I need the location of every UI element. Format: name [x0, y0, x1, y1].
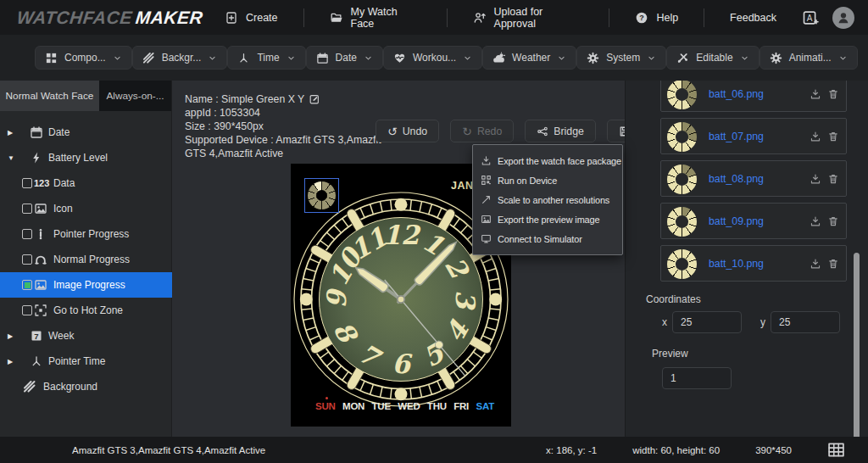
- tree-item-image-progress[interactable]: Image Progress: [0, 272, 172, 298]
- grid-toggle-icon[interactable]: [827, 441, 845, 459]
- tree-item-label: Data: [53, 177, 75, 189]
- toolbar-button-date[interactable]: Date: [306, 46, 383, 70]
- expand-icon[interactable]: ▶: [8, 332, 13, 340]
- preview-input[interactable]: [662, 367, 732, 389]
- file-name-link[interactable]: batt_06.png: [709, 88, 764, 100]
- nav-item-my-watch-face[interactable]: My Watch Face: [304, 0, 447, 35]
- nav-item-feedback[interactable]: Feedback: [704, 0, 802, 35]
- trash-icon[interactable]: [827, 131, 839, 142]
- trash-icon[interactable]: [827, 215, 839, 227]
- nav-item-help[interactable]: ?Help: [609, 0, 704, 35]
- tree-item-normal-progress[interactable]: Normal Progress: [0, 247, 172, 272]
- tab-always-on[interactable]: Always-on-...: [99, 81, 171, 111]
- inspector-panel: batt_06.pngbatt_07.pngbatt_08.pngbatt_09…: [625, 81, 868, 437]
- svg-text:9: 9: [321, 288, 352, 309]
- svg-text:3: 3: [450, 290, 481, 310]
- download-icon[interactable]: [810, 131, 821, 142]
- watchface-name: Name : Simple Green X Y: [185, 92, 304, 106]
- file-name-link[interactable]: batt_07.png: [709, 131, 764, 142]
- nav-item-upload-for-approval[interactable]: Upload for Approval: [448, 0, 609, 35]
- qr-icon: [481, 175, 492, 186]
- panel-scrollbar[interactable]: [854, 253, 860, 437]
- toolbar-button-backgr[interactable]: Backgr...: [132, 46, 228, 70]
- tree-item-label: Normal Progress: [53, 254, 130, 265]
- visibility-checkbox[interactable]: [22, 178, 32, 188]
- toolbar-button-animati[interactable]: Animati...: [760, 46, 858, 70]
- download-icon[interactable]: [810, 173, 821, 185]
- tree-item-background[interactable]: Background: [0, 374, 172, 399]
- visibility-checkbox[interactable]: [22, 280, 32, 290]
- trash-icon[interactable]: [827, 258, 839, 270]
- tree-item-pointer-progress[interactable]: Pointer Progress: [0, 221, 172, 247]
- nav-item-create[interactable]: Create: [199, 0, 303, 35]
- x-coordinate-input[interactable]: [672, 311, 742, 333]
- toolbar-button-weather[interactable]: Weather: [482, 46, 576, 70]
- weekday-fri: FRI: [453, 401, 469, 411]
- download-icon[interactable]: [810, 88, 821, 100]
- toolbar-button-workou[interactable]: Workou...: [383, 46, 482, 70]
- expand-icon[interactable]: ▶: [8, 358, 13, 365]
- translate-icon[interactable]: A: [802, 9, 819, 26]
- file-card-batt-09-png: batt_09.png: [660, 203, 847, 239]
- week7-icon: 7: [30, 329, 43, 343]
- menu-item-label: Export the preview image: [498, 215, 599, 225]
- toolbar-button-label: Weather: [512, 52, 550, 64]
- chevron-down-icon: [740, 53, 749, 63]
- user-avatar[interactable]: [832, 7, 854, 29]
- y-coordinate-input[interactable]: [771, 311, 840, 333]
- menu-item-connect-to-simulator[interactable]: Connect to Simulator: [473, 229, 622, 248]
- download-icon[interactable]: [810, 215, 821, 227]
- toolbar-button-compo[interactable]: Compo...: [35, 46, 132, 70]
- svg-text:7: 7: [34, 332, 38, 341]
- collapse-icon[interactable]: ▼: [8, 154, 14, 162]
- menu-item-export-the-preview-image[interactable]: Export the preview image: [473, 209, 622, 229]
- svg-text:A: A: [807, 13, 813, 22]
- file-name-link[interactable]: batt_09.png: [709, 215, 764, 227]
- tree-item-battery-level[interactable]: ▼Battery Level: [0, 145, 172, 170]
- battery-ring-thumbnail: [667, 249, 697, 279]
- download-icon[interactable]: [810, 258, 821, 270]
- redo-button[interactable]: ↻ Redo: [450, 120, 514, 142]
- menu-item-export-the-watch-face-package[interactable]: Export the watch face package: [473, 151, 622, 170]
- tab-normal-watch-face[interactable]: Normal Watch Face: [0, 81, 99, 111]
- tree-item-icon[interactable]: Icon: [0, 196, 172, 221]
- file-name-link[interactable]: batt_08.png: [709, 173, 764, 185]
- file-name-link[interactable]: batt_10.png: [709, 258, 764, 270]
- hatch-icon: [23, 380, 36, 393]
- bridge-button[interactable]: Bridge: [525, 120, 596, 142]
- watchface-supported-devices: Supported Device : Amazfit GTS 3,Amazfit…: [185, 133, 390, 160]
- visibility-checkbox[interactable]: [22, 204, 32, 214]
- menu-item-scale-to-another-resolutions[interactable]: Scale to another resolutions: [473, 190, 622, 209]
- visibility-checkbox[interactable]: [22, 305, 32, 315]
- tree-item-pointer-time[interactable]: ▶Pointer Time: [0, 349, 172, 374]
- status-resolution: 390*450: [755, 445, 792, 455]
- gear-icon: [770, 52, 782, 64]
- chevron-down-icon: [113, 53, 122, 63]
- weekday-tue: TUE: [372, 401, 391, 411]
- trash-icon[interactable]: [827, 88, 839, 100]
- trash-icon[interactable]: [827, 173, 839, 185]
- visibility-checkbox[interactable]: [22, 254, 32, 265]
- nav-item-label: Upload for Approval: [494, 6, 584, 30]
- toolbar-button-system[interactable]: System: [576, 46, 666, 70]
- chevron-down-icon: [208, 53, 217, 63]
- battery-ring-thumbnail: [667, 81, 697, 109]
- edit-name-icon[interactable]: [309, 93, 320, 105]
- chevron-down-icon: [287, 53, 296, 63]
- battery-image-progress-widget[interactable]: [304, 178, 339, 213]
- tree-item-date[interactable]: ▶Date: [0, 120, 172, 145]
- redo-label: Redo: [477, 126, 502, 137]
- tree-item-go-to-hot-zone[interactable]: Go to Hot Zone: [0, 298, 172, 323]
- toolbar-button-time[interactable]: Time: [227, 46, 305, 70]
- nav-item-label: Help: [656, 12, 678, 24]
- image-icon: [34, 278, 47, 292]
- tree-item-week[interactable]: ▶7Week: [0, 323, 172, 349]
- expand-icon[interactable]: ▶: [8, 129, 13, 137]
- status-devices: Amazfit GTS 3,Amazfit GTS 4,Amazfit Acti…: [72, 445, 265, 455]
- visibility-checkbox[interactable]: [22, 229, 32, 239]
- tree-item-data[interactable]: 123Data: [0, 170, 172, 196]
- undo-button[interactable]: ↺ Undo: [376, 120, 439, 142]
- toolbar-button-editable[interactable]: Editable: [666, 46, 759, 70]
- translate-icon: A: [802, 9, 819, 26]
- menu-item-run-on-device[interactable]: Run on Device: [473, 170, 622, 190]
